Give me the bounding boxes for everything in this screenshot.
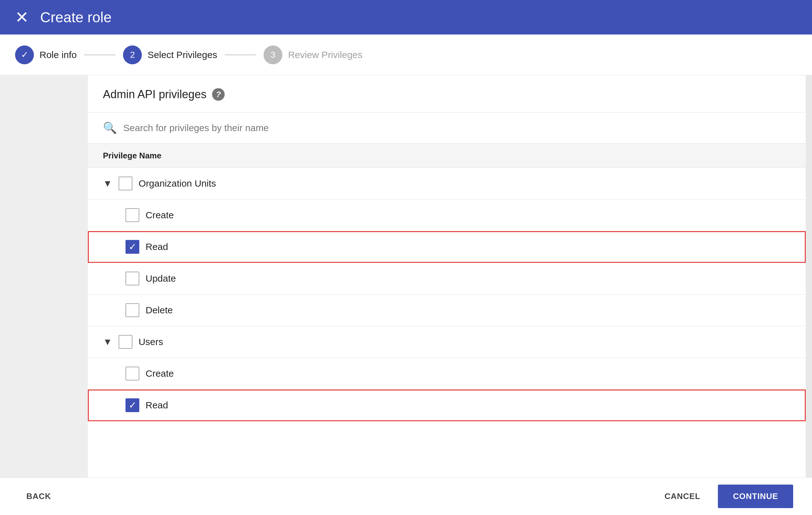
search-bar: 🔍 xyxy=(88,113,806,144)
privilege-label-org-read: Read xyxy=(146,242,168,252)
privilege-row-users-create: Create xyxy=(88,358,806,390)
step-label-select-privileges: Select Privileges xyxy=(147,50,217,60)
search-input[interactable] xyxy=(123,123,791,133)
expand-icon-users[interactable]: ▼ xyxy=(103,337,112,347)
privilege-row-users-read: ✓ Read xyxy=(88,390,806,421)
privilege-name-header: Privilege Name xyxy=(103,151,161,160)
step-circle-review-privileges: 3 xyxy=(264,46,282,64)
step-select-privileges: 2 Select Privileges xyxy=(123,46,217,64)
checkbox-org-delete[interactable] xyxy=(125,303,139,317)
page-title: Create role xyxy=(40,9,112,26)
checkbox-org-create[interactable] xyxy=(125,208,139,222)
main-area: Admin API privileges ? 🔍 Privilege Name … xyxy=(0,75,812,477)
privilege-label-org-delete: Delete xyxy=(146,305,173,315)
checkbox-users[interactable] xyxy=(119,335,133,349)
privilege-label-org-create: Create xyxy=(146,210,174,220)
group-row-users: ▼ Users xyxy=(88,326,806,358)
checkbox-org-read[interactable]: ✓ xyxy=(125,240,139,254)
checkmark-users-read: ✓ xyxy=(128,400,137,410)
step-role-info: ✓ Role info xyxy=(15,46,77,64)
privileges-title: Admin API privileges xyxy=(103,88,206,101)
stepper-bar: ✓ Role info 2 Select Privileges 3 Review… xyxy=(0,34,812,75)
privilege-row-org-delete: Delete xyxy=(88,295,806,326)
step-circle-select-privileges: 2 xyxy=(123,46,142,64)
step-connector-2 xyxy=(225,55,256,55)
privilege-label-users-create: Create xyxy=(146,368,174,379)
bottom-right-buttons: CANCEL CONTINUE xyxy=(653,485,793,508)
step-review-privileges: 3 Review Privileges xyxy=(264,46,362,64)
close-icon[interactable]: ✕ xyxy=(15,9,29,25)
checkbox-users-read[interactable]: ✓ xyxy=(125,398,139,412)
expand-icon-org-units[interactable]: ▼ xyxy=(103,178,112,189)
back-button[interactable]: BACK xyxy=(19,486,59,506)
group-label-users: Users xyxy=(139,337,163,347)
checkbox-org-units[interactable] xyxy=(119,177,133,190)
left-sidebar xyxy=(0,75,88,477)
group-label-org-units: Organization Units xyxy=(139,178,216,189)
checkbox-org-update[interactable] xyxy=(125,272,139,285)
top-bar: ✕ Create role xyxy=(0,0,812,34)
table-header: Privilege Name xyxy=(88,144,806,168)
step-label-review-privileges: Review Privileges xyxy=(288,50,362,60)
privilege-row-org-read: ✓ Read xyxy=(88,231,806,263)
privilege-label-users-read: Read xyxy=(146,400,168,411)
bottom-bar: BACK CANCEL CONTINUE xyxy=(0,477,812,515)
privilege-row-org-update: Update xyxy=(88,263,806,295)
continue-button[interactable]: CONTINUE xyxy=(718,485,793,508)
cancel-button[interactable]: CANCEL xyxy=(653,485,712,508)
right-sidebar xyxy=(806,75,812,477)
privileges-header: Admin API privileges ? xyxy=(88,75,806,113)
step-circle-role-info: ✓ xyxy=(15,46,34,64)
step-connector-1 xyxy=(84,55,115,55)
checkbox-users-create[interactable] xyxy=(125,367,139,381)
checkmark-org-read: ✓ xyxy=(128,242,137,251)
step-label-role-info: Role info xyxy=(39,50,77,60)
search-icon: 🔍 xyxy=(103,121,117,134)
help-icon[interactable]: ? xyxy=(212,88,225,101)
privilege-label-org-update: Update xyxy=(146,273,176,284)
privilege-row-org-create: Create xyxy=(88,200,806,231)
group-row-org-units: ▼ Organization Units xyxy=(88,168,806,200)
content-panel: Admin API privileges ? 🔍 Privilege Name … xyxy=(88,75,806,477)
